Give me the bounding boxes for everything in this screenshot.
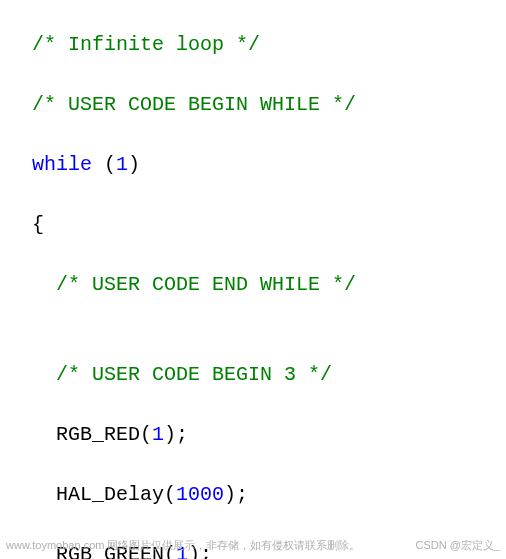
paren-close: ) bbox=[128, 153, 140, 176]
call-hal-delay: HAL_Delay bbox=[8, 483, 164, 506]
call-rgb-red: RGB_RED bbox=[8, 423, 140, 446]
paren-open: ( bbox=[92, 153, 116, 176]
code-block: /* Infinite loop */ /* USER CODE BEGIN W… bbox=[0, 0, 506, 559]
comment-begin-3: /* USER CODE BEGIN 3 */ bbox=[8, 363, 332, 386]
watermark-left: www.toymoban.com 网络图片仅供展示，非存储，如有侵权请联系删除。 bbox=[6, 537, 361, 554]
comment-begin-while: /* USER CODE BEGIN WHILE */ bbox=[8, 93, 356, 116]
comment-end-while: /* USER CODE END WHILE */ bbox=[8, 273, 356, 296]
watermark-bar: www.toymoban.com 网络图片仅供展示，非存储，如有侵权请联系删除。… bbox=[6, 537, 500, 554]
comment-infinite-loop: /* Infinite loop */ bbox=[8, 33, 260, 56]
watermark-right: CSDN @宏定义_ bbox=[415, 537, 500, 554]
number-1: 1 bbox=[116, 153, 128, 176]
brace-open: { bbox=[8, 213, 44, 236]
keyword-while: while bbox=[32, 153, 92, 176]
